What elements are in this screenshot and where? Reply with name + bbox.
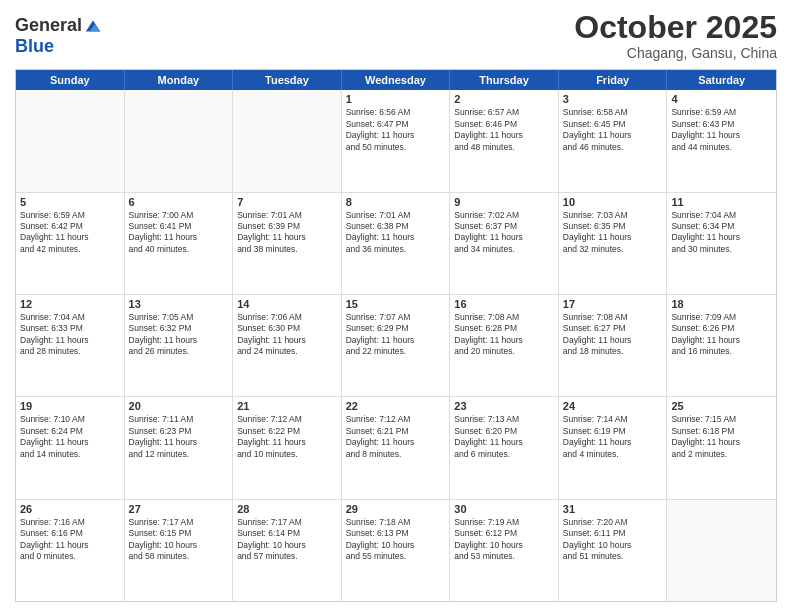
cal-header-wednesday: Wednesday bbox=[342, 70, 451, 90]
cal-cell: 3Sunrise: 6:58 AMSunset: 6:45 PMDaylight… bbox=[559, 90, 668, 191]
day-number: 3 bbox=[563, 93, 663, 105]
day-number: 21 bbox=[237, 400, 337, 412]
cal-cell: 7Sunrise: 7:01 AMSunset: 6:39 PMDaylight… bbox=[233, 193, 342, 294]
cell-info: Sunrise: 7:02 AMSunset: 6:37 PMDaylight:… bbox=[454, 210, 554, 256]
cal-cell bbox=[233, 90, 342, 191]
cell-info: Sunrise: 7:20 AMSunset: 6:11 PMDaylight:… bbox=[563, 517, 663, 563]
cell-info: Sunrise: 7:00 AMSunset: 6:41 PMDaylight:… bbox=[129, 210, 229, 256]
day-number: 14 bbox=[237, 298, 337, 310]
day-number: 22 bbox=[346, 400, 446, 412]
day-number: 23 bbox=[454, 400, 554, 412]
cal-cell: 18Sunrise: 7:09 AMSunset: 6:26 PMDayligh… bbox=[667, 295, 776, 396]
cell-info: Sunrise: 7:17 AMSunset: 6:15 PMDaylight:… bbox=[129, 517, 229, 563]
cal-header-thursday: Thursday bbox=[450, 70, 559, 90]
cell-info: Sunrise: 6:59 AMSunset: 6:43 PMDaylight:… bbox=[671, 107, 772, 153]
cell-info: Sunrise: 7:01 AMSunset: 6:39 PMDaylight:… bbox=[237, 210, 337, 256]
day-number: 16 bbox=[454, 298, 554, 310]
cell-info: Sunrise: 6:56 AMSunset: 6:47 PMDaylight:… bbox=[346, 107, 446, 153]
cal-header-saturday: Saturday bbox=[667, 70, 776, 90]
cal-week-3: 12Sunrise: 7:04 AMSunset: 6:33 PMDayligh… bbox=[16, 295, 776, 397]
day-number: 2 bbox=[454, 93, 554, 105]
cal-cell: 27Sunrise: 7:17 AMSunset: 6:15 PMDayligh… bbox=[125, 500, 234, 601]
cal-cell: 2Sunrise: 6:57 AMSunset: 6:46 PMDaylight… bbox=[450, 90, 559, 191]
cal-cell: 23Sunrise: 7:13 AMSunset: 6:20 PMDayligh… bbox=[450, 397, 559, 498]
day-number: 11 bbox=[671, 196, 772, 208]
title-block: October 2025 Chagang, Gansu, China bbox=[574, 10, 777, 61]
cell-info: Sunrise: 7:15 AMSunset: 6:18 PMDaylight:… bbox=[671, 414, 772, 460]
cal-week-1: 1Sunrise: 6:56 AMSunset: 6:47 PMDaylight… bbox=[16, 90, 776, 192]
cal-cell: 13Sunrise: 7:05 AMSunset: 6:32 PMDayligh… bbox=[125, 295, 234, 396]
cell-info: Sunrise: 7:10 AMSunset: 6:24 PMDaylight:… bbox=[20, 414, 120, 460]
cal-cell: 14Sunrise: 7:06 AMSunset: 6:30 PMDayligh… bbox=[233, 295, 342, 396]
day-number: 4 bbox=[671, 93, 772, 105]
day-number: 27 bbox=[129, 503, 229, 515]
page: General Blue October 2025 Chagang, Gansu… bbox=[0, 0, 792, 612]
calendar: SundayMondayTuesdayWednesdayThursdayFrid… bbox=[15, 69, 777, 602]
logo-blue-text: Blue bbox=[15, 36, 54, 56]
cell-info: Sunrise: 7:03 AMSunset: 6:35 PMDaylight:… bbox=[563, 210, 663, 256]
logo-icon bbox=[84, 17, 102, 35]
month-title: October 2025 bbox=[574, 10, 777, 45]
cal-cell: 20Sunrise: 7:11 AMSunset: 6:23 PMDayligh… bbox=[125, 397, 234, 498]
cal-cell: 16Sunrise: 7:08 AMSunset: 6:28 PMDayligh… bbox=[450, 295, 559, 396]
cal-cell: 22Sunrise: 7:12 AMSunset: 6:21 PMDayligh… bbox=[342, 397, 451, 498]
cell-info: Sunrise: 7:07 AMSunset: 6:29 PMDaylight:… bbox=[346, 312, 446, 358]
cell-info: Sunrise: 7:04 AMSunset: 6:34 PMDaylight:… bbox=[671, 210, 772, 256]
cal-cell: 9Sunrise: 7:02 AMSunset: 6:37 PMDaylight… bbox=[450, 193, 559, 294]
day-number: 17 bbox=[563, 298, 663, 310]
header: General Blue October 2025 Chagang, Gansu… bbox=[15, 10, 777, 61]
cell-info: Sunrise: 6:58 AMSunset: 6:45 PMDaylight:… bbox=[563, 107, 663, 153]
day-number: 30 bbox=[454, 503, 554, 515]
day-number: 19 bbox=[20, 400, 120, 412]
day-number: 18 bbox=[671, 298, 772, 310]
day-number: 12 bbox=[20, 298, 120, 310]
calendar-body: 1Sunrise: 6:56 AMSunset: 6:47 PMDaylight… bbox=[16, 90, 776, 601]
cell-info: Sunrise: 7:14 AMSunset: 6:19 PMDaylight:… bbox=[563, 414, 663, 460]
day-number: 15 bbox=[346, 298, 446, 310]
cell-info: Sunrise: 7:06 AMSunset: 6:30 PMDaylight:… bbox=[237, 312, 337, 358]
day-number: 6 bbox=[129, 196, 229, 208]
cell-info: Sunrise: 7:05 AMSunset: 6:32 PMDaylight:… bbox=[129, 312, 229, 358]
cal-cell: 6Sunrise: 7:00 AMSunset: 6:41 PMDaylight… bbox=[125, 193, 234, 294]
calendar-header: SundayMondayTuesdayWednesdayThursdayFrid… bbox=[16, 70, 776, 90]
cell-info: Sunrise: 7:12 AMSunset: 6:21 PMDaylight:… bbox=[346, 414, 446, 460]
day-number: 26 bbox=[20, 503, 120, 515]
cal-cell: 21Sunrise: 7:12 AMSunset: 6:22 PMDayligh… bbox=[233, 397, 342, 498]
cal-cell: 29Sunrise: 7:18 AMSunset: 6:13 PMDayligh… bbox=[342, 500, 451, 601]
day-number: 13 bbox=[129, 298, 229, 310]
cell-info: Sunrise: 7:11 AMSunset: 6:23 PMDaylight:… bbox=[129, 414, 229, 460]
cal-cell: 8Sunrise: 7:01 AMSunset: 6:38 PMDaylight… bbox=[342, 193, 451, 294]
cal-cell bbox=[16, 90, 125, 191]
day-number: 24 bbox=[563, 400, 663, 412]
cal-header-monday: Monday bbox=[125, 70, 234, 90]
cal-cell: 25Sunrise: 7:15 AMSunset: 6:18 PMDayligh… bbox=[667, 397, 776, 498]
cal-cell: 26Sunrise: 7:16 AMSunset: 6:16 PMDayligh… bbox=[16, 500, 125, 601]
cell-info: Sunrise: 7:17 AMSunset: 6:14 PMDaylight:… bbox=[237, 517, 337, 563]
cal-cell: 1Sunrise: 6:56 AMSunset: 6:47 PMDaylight… bbox=[342, 90, 451, 191]
day-number: 9 bbox=[454, 196, 554, 208]
cell-info: Sunrise: 7:18 AMSunset: 6:13 PMDaylight:… bbox=[346, 517, 446, 563]
cal-cell bbox=[667, 500, 776, 601]
cell-info: Sunrise: 7:16 AMSunset: 6:16 PMDaylight:… bbox=[20, 517, 120, 563]
cal-header-friday: Friday bbox=[559, 70, 668, 90]
cal-cell bbox=[125, 90, 234, 191]
day-number: 8 bbox=[346, 196, 446, 208]
cal-cell: 30Sunrise: 7:19 AMSunset: 6:12 PMDayligh… bbox=[450, 500, 559, 601]
cal-cell: 12Sunrise: 7:04 AMSunset: 6:33 PMDayligh… bbox=[16, 295, 125, 396]
cal-cell: 11Sunrise: 7:04 AMSunset: 6:34 PMDayligh… bbox=[667, 193, 776, 294]
cal-cell: 15Sunrise: 7:07 AMSunset: 6:29 PMDayligh… bbox=[342, 295, 451, 396]
day-number: 31 bbox=[563, 503, 663, 515]
cal-header-tuesday: Tuesday bbox=[233, 70, 342, 90]
cal-week-4: 19Sunrise: 7:10 AMSunset: 6:24 PMDayligh… bbox=[16, 397, 776, 499]
day-number: 1 bbox=[346, 93, 446, 105]
cell-info: Sunrise: 7:12 AMSunset: 6:22 PMDaylight:… bbox=[237, 414, 337, 460]
cell-info: Sunrise: 6:59 AMSunset: 6:42 PMDaylight:… bbox=[20, 210, 120, 256]
cell-info: Sunrise: 6:57 AMSunset: 6:46 PMDaylight:… bbox=[454, 107, 554, 153]
cal-header-sunday: Sunday bbox=[16, 70, 125, 90]
day-number: 29 bbox=[346, 503, 446, 515]
cal-week-5: 26Sunrise: 7:16 AMSunset: 6:16 PMDayligh… bbox=[16, 500, 776, 601]
day-number: 10 bbox=[563, 196, 663, 208]
cal-cell: 4Sunrise: 6:59 AMSunset: 6:43 PMDaylight… bbox=[667, 90, 776, 191]
cal-cell: 10Sunrise: 7:03 AMSunset: 6:35 PMDayligh… bbox=[559, 193, 668, 294]
logo: General Blue bbox=[15, 10, 102, 57]
